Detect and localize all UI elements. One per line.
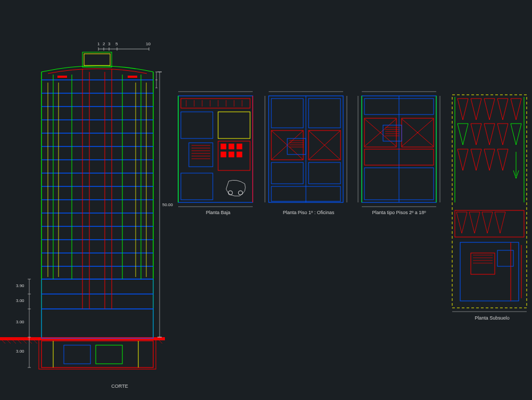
scale-tick-5: 5	[115, 42, 118, 46]
svg-rect-119	[271, 162, 303, 184]
svg-rect-0	[0, 337, 165, 340]
svg-rect-107	[309, 99, 340, 128]
svg-rect-18	[41, 294, 153, 309]
svg-rect-84	[218, 112, 250, 138]
svg-rect-106	[271, 99, 303, 128]
scale-tick-1: 1	[97, 42, 99, 46]
svg-rect-20	[82, 52, 112, 67]
svg-rect-153	[460, 242, 519, 301]
svg-rect-97	[229, 152, 234, 157]
left-dim-0: 3.90	[16, 283, 24, 288]
section-drawing	[0, 47, 165, 369]
svg-rect-96	[221, 152, 226, 157]
svg-rect-11	[64, 345, 90, 364]
section-title: CORTE	[104, 383, 136, 389]
svg-rect-50	[57, 76, 67, 78]
svg-rect-83	[181, 112, 213, 138]
plan-ground-title: Planta Baja	[197, 210, 239, 215]
svg-rect-21	[84, 54, 110, 66]
svg-rect-98	[237, 152, 242, 157]
cad-canvas[interactable]: CORTE 50.00 1 2 3 5 10 3.90 3.00 3.00 3.…	[0, 0, 532, 400]
left-dim-1: 3.00	[16, 298, 24, 303]
svg-rect-152	[455, 210, 524, 237]
drawing-svg	[0, 0, 532, 400]
plan-basement-title: Planta Subsuelo	[463, 315, 521, 321]
svg-rect-148	[452, 95, 527, 308]
svg-rect-94	[229, 144, 234, 149]
plan-typical	[358, 92, 440, 207]
scale-tick-2: 2	[103, 42, 105, 46]
svg-rect-95	[237, 144, 242, 149]
left-dim-2: 3.00	[16, 320, 24, 324]
svg-rect-93	[221, 144, 226, 149]
svg-rect-85	[189, 143, 213, 167]
svg-rect-154	[471, 253, 495, 274]
svg-point-101	[238, 191, 243, 195]
plan-first-title: Planta Piso 1º : Oficinas	[271, 210, 346, 215]
svg-rect-120	[309, 162, 340, 184]
svg-rect-99	[181, 173, 213, 200]
scale-tick-10: 10	[146, 42, 151, 46]
left-dim-3: 3.00	[16, 349, 24, 354]
svg-rect-74	[181, 99, 250, 108]
svg-rect-51	[128, 76, 137, 78]
scale-tick-3: 3	[108, 42, 110, 46]
svg-rect-12	[96, 345, 122, 364]
svg-rect-17	[41, 309, 153, 338]
svg-rect-19	[41, 279, 153, 294]
svg-point-100	[228, 191, 232, 195]
height-dim: 50.00	[162, 202, 173, 207]
plan-typical-title: Planta tipo Pisos 2º a 18º	[362, 210, 436, 215]
plan-basement	[452, 95, 527, 312]
plan-first	[265, 92, 347, 202]
plan-ground	[178, 92, 253, 207]
